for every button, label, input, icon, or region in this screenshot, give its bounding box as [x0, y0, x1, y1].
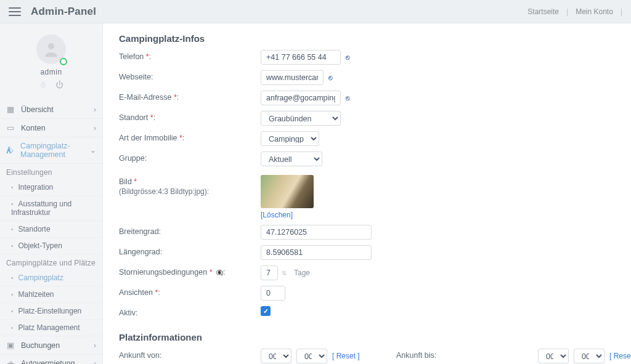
stepper-icon[interactable]: ⇅ [282, 270, 287, 277]
days-suffix: Tage [294, 269, 310, 277]
sidebar-sub-object-types[interactable]: Objekt-Typen [0, 238, 102, 254]
top-bar: Admin-Panel Startseite | Mein Konto | [0, 0, 631, 23]
sidebar-item-overview[interactable]: ▦ Übersicht › [0, 100, 102, 119]
translate-icon[interactable]: ⎋ [346, 54, 350, 61]
sidebar-sub-meals[interactable]: Mahlzeiten [0, 286, 102, 303]
label-phone: Telefon *: [119, 50, 261, 61]
label-active: Aktiv: [119, 306, 261, 317]
app-title: Admin-Panel [31, 6, 96, 18]
avatar-block: admin ☃︎ ⏻ [0, 30, 102, 92]
section-title-place: Platzinformationen [119, 332, 615, 342]
sidebar-item-label: Autovermietung [21, 359, 75, 364]
sidebar-group-campsites: Campingplätze und Plätze [0, 254, 102, 270]
menu-toggle-icon[interactable] [9, 5, 21, 18]
help-icon[interactable]: 👁️‍🗨️ [216, 269, 223, 276]
reset-arrival-until-link[interactable]: [ Reset ] [609, 352, 631, 360]
sidebar-group-settings: Einstellungen [0, 164, 102, 179]
sidebar-item-label: Übersicht [21, 105, 54, 114]
group-select[interactable]: Aktuell [261, 152, 322, 166]
property-type-select[interactable]: Campingplatz [261, 131, 319, 146]
active-checkbox[interactable] [261, 306, 271, 316]
sidebar-sub-equipment[interactable]: Ausstattung und Infrastruktur [0, 196, 102, 221]
username-label: admin [0, 68, 102, 76]
phone-input[interactable] [261, 50, 341, 65]
nav-divider: | [621, 7, 622, 16]
translate-icon[interactable]: ⎋ [346, 94, 350, 102]
reset-arrival-from-link[interactable]: [ Reset ] [332, 352, 360, 360]
sidebar-item-label: Campingplatz-Management [20, 142, 84, 159]
chevron-right-icon: › [94, 341, 96, 350]
svg-point-0 [48, 43, 54, 49]
longitude-input[interactable] [261, 245, 372, 260]
latitude-input[interactable] [261, 225, 372, 240]
website-input[interactable] [261, 70, 324, 85]
chevron-right-icon: › [94, 105, 96, 114]
grid-icon: ▦ [6, 105, 15, 114]
bed-icon: ⛺︎ [6, 146, 14, 155]
arrival-until-hour-select[interactable]: 00 [538, 349, 569, 363]
label-cancel-terms: Stornierungsbedingungen * 👁️‍🗨️: [119, 265, 261, 277]
arrival-from-min-select[interactable]: 00 [296, 349, 327, 363]
delete-image-link[interactable]: [Löschen] [261, 211, 293, 219]
sidebar-sub-campsite[interactable]: Campingplatz [0, 270, 102, 286]
label-property-type: Art der Immobilie *: [119, 131, 261, 142]
views-input[interactable] [261, 286, 285, 301]
avatar[interactable] [36, 34, 66, 64]
sidebar-item-label: Konten [21, 124, 46, 132]
label-lng: Längengrad: [119, 245, 261, 256]
power-icon[interactable]: ⏻ [55, 80, 63, 89]
sidebar-item-accounts[interactable]: ▭ Konten › [0, 119, 102, 137]
email-input[interactable] [261, 91, 341, 105]
sidebar-item-label: Buchungen [21, 341, 60, 350]
sidebar-item-car-rental[interactable]: 🚗︎ Autovermietung › [0, 355, 102, 364]
label-email: E-Mail-Adresse *: [119, 91, 261, 102]
sidebar-sub-pitch-settings[interactable]: Platz-Einstellungen [0, 303, 102, 320]
main-content: Campingplatz-Infos Telefon *: ⎋ Webseite… [103, 23, 631, 364]
label-arrival-until: Ankunft bis: [396, 349, 538, 360]
user-profile-icon[interactable]: ☃︎ [39, 80, 47, 89]
sidebar-sub-pitch-mgmt[interactable]: Platz Management [0, 320, 102, 336]
label-arrival-from: Ankunft von: [119, 349, 261, 360]
arrival-until-min-select[interactable]: 00 [574, 349, 605, 363]
label-website: Webseite: [119, 70, 261, 81]
label-group: Gruppe: [119, 152, 261, 163]
user-icon [42, 40, 60, 59]
sidebar: admin ☃︎ ⏻ ▦ Übersicht › ▭ Konten › ⛺︎ C… [0, 23, 103, 364]
sidebar-sub-locations[interactable]: Standorte [0, 221, 102, 238]
id-card-icon: ▭ [6, 123, 15, 132]
location-select[interactable]: Graubünden [261, 111, 341, 126]
label-views: Ansichten *: [119, 286, 261, 297]
image-hint: (Bildgrösse:4:3 Bildtyp:jpg): [119, 187, 261, 196]
chevron-down-icon: ⌄ [90, 146, 96, 155]
nav-divider: | [566, 7, 568, 16]
label-image: Bild * (Bildgrösse:4:3 Bildtyp:jpg): [119, 175, 261, 196]
arrival-from-hour-select[interactable]: 00 [261, 349, 291, 363]
briefcase-icon: ▣ [6, 341, 15, 350]
sidebar-nav: ▦ Übersicht › ▭ Konten › ⛺︎ Campingplatz… [0, 100, 102, 364]
section-title-info: Campingplatz-Infos [119, 33, 615, 44]
nav-home-link[interactable]: Startseite [527, 7, 559, 16]
sidebar-sub-integration[interactable]: Integration [0, 179, 102, 196]
presence-indicator-icon [60, 58, 67, 65]
top-nav: Startseite | Mein Konto | [527, 7, 622, 16]
nav-account-link[interactable]: Mein Konto [576, 7, 613, 16]
sidebar-item-campsite-management[interactable]: ⛺︎ Campingplatz-Management ⌄ [0, 137, 102, 164]
chevron-right-icon: › [94, 124, 96, 132]
translate-icon[interactable]: ⎋ [328, 74, 333, 81]
chevron-right-icon: › [94, 359, 96, 364]
label-location: Standort *: [119, 111, 261, 122]
sidebar-item-bookings[interactable]: ▣ Buchungen › [0, 336, 102, 355]
image-thumbnail[interactable] [261, 175, 314, 208]
car-icon: 🚗︎ [6, 359, 15, 364]
label-lat: Breitengrad: [119, 225, 261, 236]
cancel-days-input[interactable] [261, 265, 278, 280]
